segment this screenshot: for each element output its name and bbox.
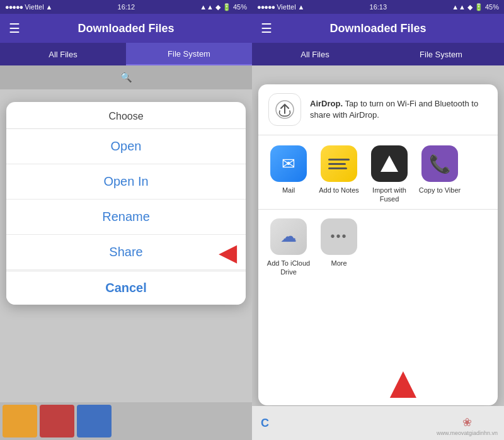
app-icons-row-2: ☁ Add To iCloud Drive ••• More xyxy=(258,210,498,282)
fused-triangle-icon xyxy=(381,155,398,172)
icloud-app-icon: ☁ xyxy=(270,218,307,255)
left-status-bar: ●●●●● Viettel ▲ 16:12 ▲▲ ◆ 🔋 45% xyxy=(0,0,252,14)
viber-phone-icon: 📞 xyxy=(429,154,451,174)
battery-icon: 🔋 xyxy=(222,3,231,11)
open-in-button[interactable]: Open In xyxy=(6,164,246,200)
left-search-bar: 🔍 xyxy=(0,65,252,89)
airdrop-title: AirDrop. xyxy=(310,99,343,108)
airdrop-description: AirDrop. Tap to turn on Wi-Fi and Blueto… xyxy=(310,98,488,121)
rename-button[interactable]: Rename xyxy=(6,200,246,235)
up-arrow-annotation: ▲ xyxy=(381,364,425,401)
thumb-2 xyxy=(40,405,74,437)
tab-all-files-left[interactable]: All Files xyxy=(0,43,126,65)
choose-modal: Choose Open Open In Rename Share ◀ Delet… xyxy=(6,102,246,305)
viber-label: Copy to Viber xyxy=(419,186,461,195)
icloud-cloud-icon: ☁ xyxy=(280,227,297,246)
left-nav-bar: ☰ Downloaded Files xyxy=(0,14,252,43)
more-dots-icon: ••• xyxy=(330,229,347,244)
right-signal-dots: ●●●●● xyxy=(257,3,275,11)
right-bottom-strip: C ❀ www.meovatgiadinhn.vn xyxy=(252,406,504,440)
thumb-3 xyxy=(77,405,112,437)
viber-app-item[interactable]: 📞 Copy to Viber xyxy=(415,145,465,195)
notes-line-2 xyxy=(328,163,346,165)
right-nav-title: Downloaded Files xyxy=(329,22,426,35)
signal-icon: ▲▲ xyxy=(200,3,214,11)
carrier-label: Viettel xyxy=(25,3,43,11)
icloud-label: Add To iCloud Drive xyxy=(263,259,314,277)
icloud-app-item[interactable]: ☁ Add To iCloud Drive xyxy=(263,218,314,277)
left-arrow-annotation: ◀ xyxy=(219,240,237,264)
airdrop-icon xyxy=(268,93,301,126)
location-icon: ◆ xyxy=(215,3,220,11)
tab-all-files-right[interactable]: All Files xyxy=(252,43,378,65)
right-wifi-icon: ▲ xyxy=(298,3,305,11)
notes-label: Add to Notes xyxy=(319,186,359,195)
notes-app-icon xyxy=(321,145,357,182)
right-content-area: AirDrop. Tap to turn on Wi-Fi and Blueto… xyxy=(252,65,504,440)
watermark-url: www.meovatgiadinhn.vn xyxy=(437,430,498,436)
right-menu-icon[interactable]: ☰ xyxy=(261,21,272,36)
mail-label: Mail xyxy=(282,186,295,195)
left-time: 16:12 xyxy=(118,3,135,11)
battery-pct-left: 45% xyxy=(233,3,247,11)
notes-line-1 xyxy=(328,159,350,161)
right-tab-bar: All Files File System xyxy=(252,43,504,65)
more-app-item[interactable]: ••• More xyxy=(314,218,364,268)
left-tab-bar: All Files File System xyxy=(0,43,252,65)
fused-app-icon xyxy=(371,145,408,182)
right-battery-icon: 🔋 xyxy=(474,3,483,11)
tab-file-system-left[interactable]: File System xyxy=(126,43,252,65)
search-icon[interactable]: 🔍 xyxy=(120,72,132,83)
left-content-area: Choose Open Open In Rename Share ◀ Delet… xyxy=(0,89,252,402)
right-status-bar: ●●●●● Viettel ▲ 16:13 ▲▲ ◆ 🔋 45% xyxy=(252,0,504,14)
open-button[interactable]: Open xyxy=(6,129,246,164)
lotus-icon: ❀ xyxy=(437,415,498,429)
viber-app-icon: 📞 xyxy=(421,145,458,182)
wifi-icon: ▲ xyxy=(46,3,53,11)
fused-label: Import with Fused xyxy=(364,186,415,204)
left-status-right: ▲▲ ◆ 🔋 45% xyxy=(200,3,247,11)
share-button[interactable]: Share ◀ xyxy=(6,235,246,270)
menu-icon[interactable]: ☰ xyxy=(9,21,20,36)
left-status-left: ●●●●● Viettel ▲ xyxy=(5,3,53,11)
notes-line-3 xyxy=(328,167,347,169)
right-time: 16:13 xyxy=(370,3,387,11)
cancel-button[interactable]: Cancel xyxy=(6,271,246,305)
notes-app-item[interactable]: Add to Notes xyxy=(314,145,364,195)
right-status-right: ▲▲ ◆ 🔋 45% xyxy=(452,3,499,11)
up-arrow-icon: ▲ xyxy=(381,364,425,401)
right-battery-pct: 45% xyxy=(485,3,499,11)
choose-title: Choose xyxy=(6,102,246,129)
share-sheet: AirDrop. Tap to turn on Wi-Fi and Blueto… xyxy=(258,84,498,405)
right-phone-panel: ●●●●● Viettel ▲ 16:13 ▲▲ ◆ 🔋 45% ☰ Downl… xyxy=(252,0,504,440)
mail-envelope-icon: ✉ xyxy=(282,154,295,174)
left-nav-title: Downloaded Files xyxy=(77,22,174,35)
more-label: More xyxy=(331,259,346,268)
right-nav-bar: ☰ Downloaded Files xyxy=(252,14,504,43)
signal-dots: ●●●●● xyxy=(5,3,23,11)
notes-lines-icon xyxy=(326,156,352,172)
mail-app-item[interactable]: ✉ Mail xyxy=(263,145,314,195)
more-app-icon: ••• xyxy=(321,218,357,255)
right-cancel-partial[interactable]: C xyxy=(261,417,269,430)
app-icons-row-1: ✉ Mail Add to Notes xyxy=(258,135,498,210)
watermark: ❀ www.meovatgiadinhn.vn xyxy=(437,415,498,436)
right-location-icon: ◆ xyxy=(467,3,472,11)
right-carrier-label: Viettel xyxy=(277,3,295,11)
fused-app-item[interactable]: Import with Fused xyxy=(364,145,415,204)
right-status-left: ●●●●● Viettel ▲ xyxy=(257,3,305,11)
left-phone-panel: ●●●●● Viettel ▲ 16:12 ▲▲ ◆ 🔋 45% ☰ Downl… xyxy=(0,0,252,440)
left-thumb-strip xyxy=(0,402,252,440)
tab-file-system-right[interactable]: File System xyxy=(378,43,504,65)
right-signal-icon: ▲▲ xyxy=(452,3,466,11)
mail-app-icon: ✉ xyxy=(270,145,307,182)
thumb-1 xyxy=(3,405,37,437)
airdrop-row[interactable]: AirDrop. Tap to turn on Wi-Fi and Blueto… xyxy=(258,84,498,135)
